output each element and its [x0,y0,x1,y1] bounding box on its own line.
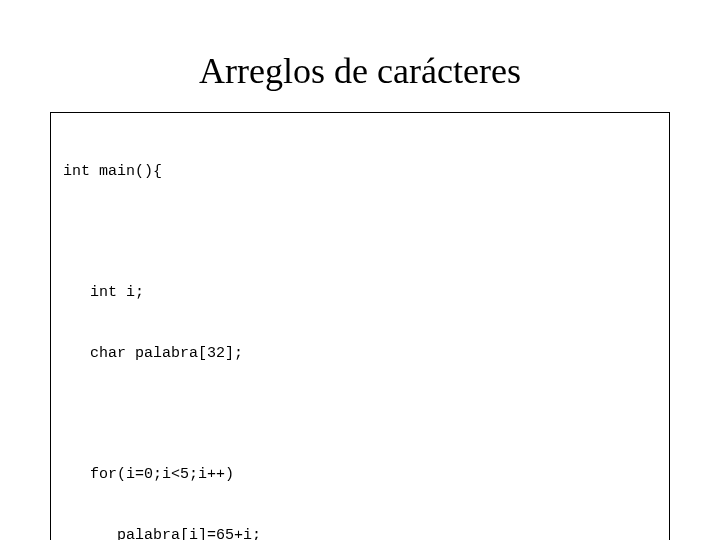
code-line: palabra[i]=65+i; [63,526,657,540]
code-line: int i; [63,283,657,303]
code-box: int main(){ int i; char palabra[32]; for… [50,112,670,540]
blank-line [63,405,657,425]
slide-title: Arreglos de carácteres [50,50,670,92]
slide-container: Arreglos de carácteres int main(){ int i… [0,0,720,540]
code-line: int main(){ [63,162,657,182]
blank-line [63,222,657,242]
code-line: for(i=0;i<5;i++) [63,465,657,485]
code-line: char palabra[32]; [63,344,657,364]
